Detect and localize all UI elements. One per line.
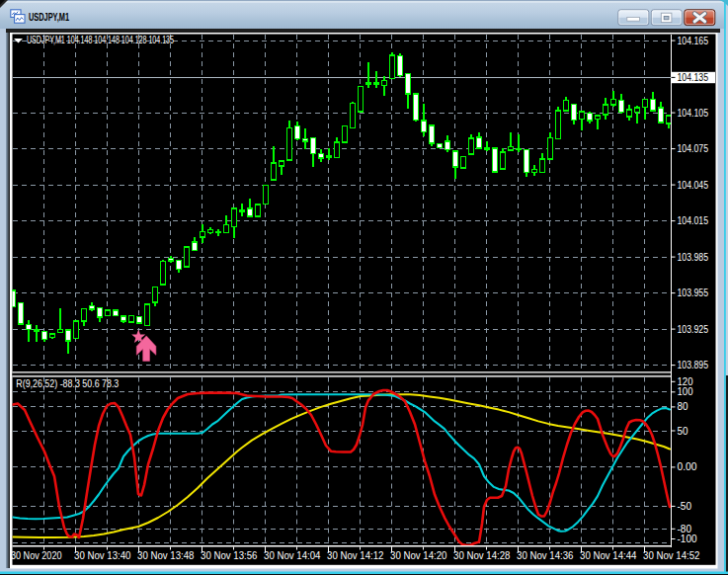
svg-text:30 Nov 14:20: 30 Nov 14:20: [390, 549, 447, 561]
svg-text:30 Nov 2020: 30 Nov 2020: [11, 549, 62, 561]
svg-text:50: 50: [678, 425, 688, 437]
svg-text:103.925: 103.925: [678, 323, 709, 335]
svg-text:30 Nov 14:04: 30 Nov 14:04: [264, 549, 321, 561]
svg-text:103.955: 103.955: [678, 287, 709, 298]
svg-text:104.135: 104.135: [678, 71, 709, 83]
svg-text:30 Nov 13:48: 30 Nov 13:48: [137, 549, 195, 561]
svg-text:USDJPY,M1 104.148 104.148 104.: USDJPY,M1 104.148 104.148 104.128 104.13…: [27, 34, 174, 45]
svg-text:103.895: 103.895: [678, 359, 709, 370]
svg-text:30 Nov 14:44: 30 Nov 14:44: [580, 549, 637, 561]
svg-text:-50: -50: [678, 500, 692, 512]
svg-text:30 Nov 13:56: 30 Nov 13:56: [201, 549, 258, 561]
svg-text:30 Nov 14:12: 30 Nov 14:12: [327, 549, 384, 561]
svg-text:104.045: 104.045: [678, 179, 709, 191]
svg-text:R(9,26,52) -88.3 50.6 78.3: R(9,26,52) -88.3 50.6 78.3: [16, 377, 119, 389]
svg-text:30 Nov 13:40: 30 Nov 13:40: [74, 549, 131, 561]
svg-text:104.105: 104.105: [678, 107, 709, 119]
svg-text:104.165: 104.165: [678, 35, 709, 46]
svg-text:30 Nov 14:28: 30 Nov 14:28: [453, 549, 511, 561]
svg-text:104.075: 104.075: [678, 142, 709, 154]
svg-text:USDJPY,M1: USDJPY,M1: [29, 11, 69, 23]
svg-text:80: 80: [678, 400, 688, 412]
svg-text:30 Nov 14:52: 30 Nov 14:52: [643, 549, 700, 561]
svg-text:30 Nov 14:36: 30 Nov 14:36: [517, 549, 574, 561]
svg-text:-100: -100: [678, 533, 697, 544]
svg-text:104.015: 104.015: [678, 214, 709, 226]
svg-text:103.985: 103.985: [678, 251, 709, 263]
svg-text:0.00: 0.00: [678, 460, 697, 472]
svg-text:100: 100: [678, 385, 693, 397]
